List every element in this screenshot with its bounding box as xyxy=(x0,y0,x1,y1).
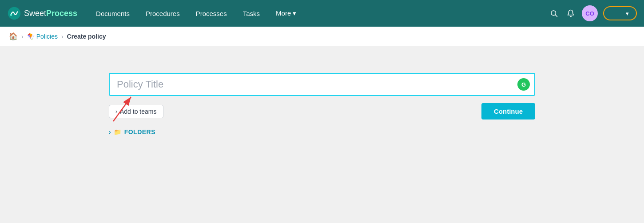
breadcrumb-policies: 🪁 Policies xyxy=(27,33,58,40)
policies-icon: 🪁 xyxy=(27,33,35,40)
below-input-row: › Add to teams Continue xyxy=(109,103,535,119)
nav-documents[interactable]: Documents xyxy=(88,0,138,27)
avatar[interactable]: CO xyxy=(582,5,598,21)
nav-tasks[interactable]: Tasks xyxy=(235,0,268,27)
breadcrumb-sep-2: › xyxy=(61,33,64,40)
home-link[interactable]: 🏠 xyxy=(9,32,18,40)
logo-process: Process xyxy=(46,9,77,18)
folders-label: FOLDERS xyxy=(124,128,155,135)
folders-link[interactable]: › 📁 FOLDERS xyxy=(109,128,155,135)
main-content: G › Add to teams Continue xyxy=(0,46,644,223)
breadcrumb-bar: 🏠 › 🪁 Policies › Create policy xyxy=(0,27,644,46)
search-button[interactable] xyxy=(548,8,560,19)
logo-sweet: Sweet xyxy=(24,9,46,18)
logo[interactable]: SweetProcess xyxy=(7,6,77,20)
grammarly-icon: G xyxy=(517,78,530,91)
add-to-teams-label: Add to teams xyxy=(120,108,157,115)
svg-line-3 xyxy=(555,15,557,16)
notifications-button[interactable] xyxy=(565,8,576,19)
nav-procedures[interactable]: Procedures xyxy=(138,0,188,27)
breadcrumb-current: Create policy xyxy=(67,33,106,40)
continue-button[interactable]: Continue xyxy=(481,103,535,119)
title-input-wrapper: G xyxy=(109,73,535,96)
policy-title-input[interactable] xyxy=(109,73,535,96)
chevron-folders-icon: › xyxy=(109,128,111,135)
policies-link[interactable]: 🪁 Policies xyxy=(27,33,58,40)
account-dropdown-button[interactable]: ▾ xyxy=(603,6,637,20)
svg-point-1 xyxy=(10,14,12,16)
policies-label: Policies xyxy=(36,33,58,40)
dropdown-icon: ▾ xyxy=(626,10,629,17)
main-nav: SweetProcess Documents Procedures Proces… xyxy=(0,0,644,27)
chevron-right-icon: › xyxy=(115,108,117,115)
nav-links: Documents Procedures Processes Tasks Mor… xyxy=(88,0,548,27)
nav-more[interactable]: More ▾ xyxy=(268,0,304,27)
folders-row: › 📁 FOLDERS xyxy=(109,128,535,135)
breadcrumb-sep-1: › xyxy=(21,33,24,40)
nav-right: CO ▾ xyxy=(548,5,637,21)
nav-processes[interactable]: Processes xyxy=(188,0,235,27)
form-container: G › Add to teams Continue xyxy=(109,73,535,135)
add-to-teams-button[interactable]: › Add to teams xyxy=(109,105,163,118)
folder-icon: 📁 xyxy=(114,128,122,135)
account-label xyxy=(611,10,624,17)
